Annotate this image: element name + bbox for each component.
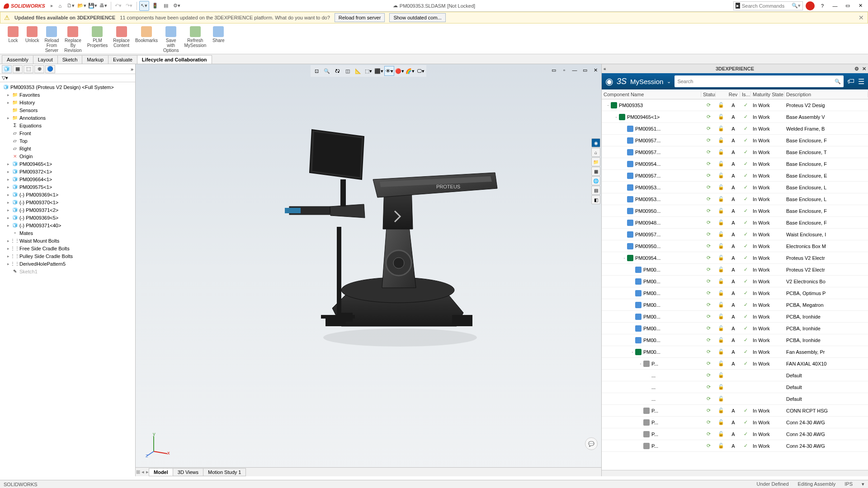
panel-pin-icon[interactable]: ✕ xyxy=(862,66,866,72)
print-icon[interactable]: 🖶▾ xyxy=(99,1,108,11)
3dx-icon[interactable]: ◉ xyxy=(591,138,600,147)
tree-node[interactable]: ✎Sketch1 xyxy=(1,267,134,275)
menu-icon[interactable]: ☰ xyxy=(858,77,864,86)
ribbon-replace[interactable]: ReplaceByRevision xyxy=(61,25,84,54)
design-library-icon[interactable]: 📁 xyxy=(591,157,600,166)
col-is[interactable]: Is... xyxy=(740,92,751,97)
tree-node[interactable]: ▸⋮⋮DerivedHolePattern5 xyxy=(1,260,134,267)
col-component-name[interactable]: Component Name xyxy=(602,92,701,97)
tree-node[interactable]: ▸🧊(-) PM009369<5> xyxy=(1,214,134,221)
feature-tree-tab-icon[interactable]: 🧊 xyxy=(2,65,12,73)
col-maturity[interactable]: Maturity State xyxy=(751,92,784,97)
col-description[interactable]: Description xyxy=(784,92,868,97)
tree-node[interactable]: ▸🧊PM009372<1> xyxy=(1,168,134,175)
3dx-search[interactable]: 🔍 xyxy=(675,75,844,87)
tab-lifecycle-and-collaboration[interactable]: Lifecycle and Collaboration xyxy=(137,55,212,64)
dynamic-annotation-icon[interactable]: 📐 xyxy=(353,66,363,76)
horizontal-scrollbar[interactable] xyxy=(602,470,868,476)
user-avatar[interactable] xyxy=(806,1,815,10)
restore-icon[interactable]: ▭ xyxy=(843,1,853,11)
hide-show-icon[interactable]: 👁▾ xyxy=(384,66,394,76)
show-outdated-button[interactable]: Show outdated com... xyxy=(389,13,445,22)
tree-node[interactable]: ▸🧊(-) PM009369<1> xyxy=(1,191,134,198)
col-rev[interactable]: Rev xyxy=(726,92,740,97)
orientation-triad[interactable]: y x z xyxy=(145,431,172,458)
ribbon-reload[interactable]: ReloadFromServer xyxy=(42,25,62,54)
component-row[interactable]: PM00953...⟳🔓A✓In WorkBase Enclosure, L xyxy=(602,182,868,193)
select-icon[interactable]: ↖▾ xyxy=(139,1,149,11)
component-row[interactable]: P...⟳🔓A✓In WorkConn 24-30 AWG xyxy=(602,440,868,452)
tree-node[interactable]: ⚬Mates xyxy=(1,229,134,237)
component-row[interactable]: PM00...⟳🔓A✓In WorkV2 Electronics Bo xyxy=(602,276,868,287)
vp-new-icon[interactable]: ▫ xyxy=(559,65,569,75)
file-explorer-icon[interactable]: ▦ xyxy=(591,167,600,176)
section-view-icon[interactable]: ◫ xyxy=(343,66,353,76)
component-row[interactable]: PM00...⟳🔓A✓In WorkPCBA, Megatron xyxy=(602,299,868,311)
help-icon[interactable]: ? xyxy=(817,1,827,11)
tree-node[interactable]: ▱Front xyxy=(1,129,134,137)
component-row[interactable]: PM00957...⟳🔓A✓In WorkBase Enclosure, T xyxy=(602,146,868,158)
component-row[interactable]: ...⟳🔓Default xyxy=(602,393,868,405)
component-row[interactable]: PM00957...⟳🔓A✓In WorkWaist Enclosure, I xyxy=(602,229,868,240)
home-icon[interactable]: ⌂ xyxy=(55,1,65,11)
component-row[interactable]: PM00...⟳🔓A✓In WorkPCBA, Ironhide xyxy=(602,323,868,334)
component-row[interactable]: -PM00954...⟳🔓A✓In WorkProteus V2 Electr xyxy=(602,252,868,264)
compass-icon[interactable]: ◉ xyxy=(605,76,613,87)
tab-markup[interactable]: Markup xyxy=(82,55,108,64)
zoom-area-icon[interactable]: 🔍 xyxy=(322,66,332,76)
component-row[interactable]: PM00948...⟳🔓A✓In WorkBase Enclosure, F xyxy=(602,217,868,229)
component-row[interactable]: PM00...⟳🔓A✓In WorkProteus V2 Electr xyxy=(602,264,868,276)
ribbon-refresh[interactable]: RefreshMySession xyxy=(181,25,209,49)
vp-max-icon[interactable]: ▭ xyxy=(580,65,590,75)
search-commands[interactable]: ▸ 🔍▾ xyxy=(733,1,803,10)
rebuild-icon[interactable]: 🚦 xyxy=(150,1,160,11)
tree-node[interactable]: ▸⋮⋮Waist Mount Bolts xyxy=(1,237,134,244)
component-row[interactable]: -PM009353⟳🔓A✓In WorkProteus V2 Desig xyxy=(602,99,868,111)
panel-collapse-icon[interactable]: « xyxy=(604,66,606,71)
tree-root[interactable]: 🧊 PM009353 (Proteus V2 Design) <Full Sys… xyxy=(1,83,134,91)
tree-node[interactable]: ▸⋮⋮Pulley Side Cradle Bolts xyxy=(1,252,134,260)
col-status[interactable]: Status xyxy=(701,92,716,97)
notification-close-icon[interactable]: ✕ xyxy=(859,14,864,21)
tab-assembly[interactable]: Assembly xyxy=(2,55,33,64)
3dx-search-input[interactable] xyxy=(677,79,835,84)
display-style-icon[interactable]: ⬛▾ xyxy=(374,66,384,76)
file-icon[interactable]: ▤ xyxy=(161,1,171,11)
component-row[interactable]: PM00957...⟳🔓A✓In WorkBase Enclosure, F xyxy=(602,135,868,146)
search-commands-input[interactable] xyxy=(742,3,792,9)
ribbon-lock[interactable]: Lock xyxy=(4,25,23,44)
tree-node[interactable]: ▱Right xyxy=(1,145,134,152)
tab-layout[interactable]: Layout xyxy=(33,55,58,64)
graphics-viewport[interactable]: ⊡ 🔍 🗘 ◫ 📐 ⬚▾ ⬛▾ 👁▾ 🔴▾ 🌈▾ 🖵▾ ▭ ▫ — ▭ ✕ xyxy=(136,64,601,476)
tree-node[interactable]: ▸📁Annotations xyxy=(1,114,134,122)
ribbon-unlock[interactable]: Unlock xyxy=(23,25,42,44)
tree-node[interactable]: ΣEquations xyxy=(1,122,134,129)
resources-icon[interactable]: ⌂ xyxy=(591,148,600,157)
vp-min-icon[interactable]: — xyxy=(570,65,580,75)
view-orientation-icon[interactable]: ⬚▾ xyxy=(363,66,373,76)
component-row[interactable]: PM00...⟳🔓A✓In WorkPCBA, Ironhide xyxy=(602,311,868,323)
tree-node[interactable]: 📁Sensors xyxy=(1,106,134,114)
tree-node[interactable]: ▸📁Favorites xyxy=(1,91,134,99)
component-row[interactable]: ...⟳🔓Default xyxy=(602,381,868,393)
vp-link-icon[interactable]: ▭ xyxy=(549,65,559,75)
component-row[interactable]: ...⟳🔓Default xyxy=(602,370,868,381)
component-row[interactable]: P...⟳🔓A✓In WorkConn 24-30 AWG xyxy=(602,417,868,428)
minimize-icon[interactable]: — xyxy=(830,1,840,11)
undo-icon[interactable]: ↶▾ xyxy=(113,1,123,11)
vp-close-icon[interactable]: ✕ xyxy=(590,65,600,75)
component-row[interactable]: P...⟳🔓A✓In WorkConn 24-30 AWG xyxy=(602,428,868,440)
ribbon-bookmarks[interactable]: Bookmarks xyxy=(132,25,160,44)
expand-icon[interactable]: » xyxy=(131,66,133,72)
tree-node[interactable]: ▸🧊(-) PM009371<40> xyxy=(1,221,134,229)
component-row[interactable]: PM00957...⟳🔓A✓In WorkBase Enclosure, E xyxy=(602,170,868,182)
filter-bar[interactable]: ▽▾ xyxy=(0,74,135,82)
view-settings-icon[interactable]: 🖵▾ xyxy=(415,66,425,76)
tree-node[interactable]: ▸🧊(-) PM009371<2> xyxy=(1,206,134,214)
view-palette-icon[interactable]: 🌐 xyxy=(591,176,600,185)
panel-settings-icon[interactable]: ⚙ xyxy=(854,66,859,72)
tab-sketch[interactable]: Sketch xyxy=(57,55,83,64)
component-row[interactable]: PM00954...⟳🔓A✓In WorkBase Enclosure, F xyxy=(602,158,868,170)
component-row[interactable]: -P...⟳🔓A✓In WorkFAN AXIAL 40X10 xyxy=(602,358,868,370)
previous-view-icon[interactable]: 🗘 xyxy=(332,66,342,76)
